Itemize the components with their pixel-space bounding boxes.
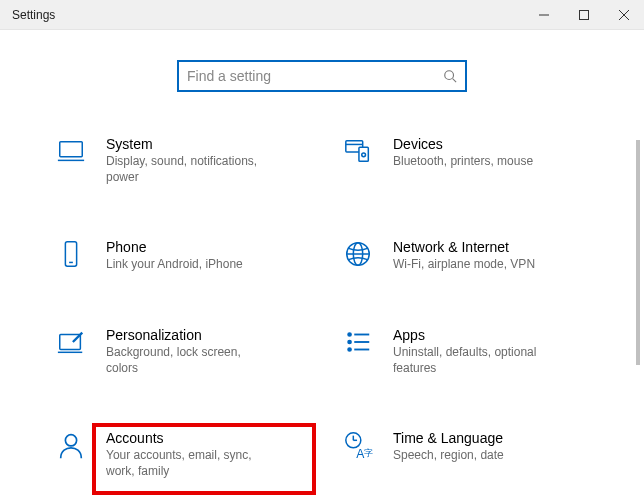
svg-rect-1 (580, 10, 589, 19)
phone-icon (54, 239, 88, 273)
settings-content: System Display, sound, notifications, po… (0, 30, 644, 496)
tile-subtitle: Uninstall, defaults, optional features (393, 345, 563, 376)
tile-phone[interactable]: Phone Link your Android, iPhone (48, 233, 315, 279)
personalization-icon (54, 327, 88, 361)
window-title: Settings (12, 8, 55, 22)
tile-subtitle: Link your Android, iPhone (106, 257, 276, 273)
tile-subtitle: Speech, region, date (393, 448, 563, 464)
person-icon (54, 430, 88, 464)
window-controls (524, 0, 644, 30)
svg-point-4 (445, 71, 454, 80)
svg-text:字: 字 (364, 449, 373, 459)
tile-subtitle: Display, sound, notifications, power (106, 154, 276, 185)
tile-subtitle: Bluetooth, printers, mouse (393, 154, 563, 170)
svg-point-26 (65, 435, 76, 446)
time-language-icon: A 字 (341, 430, 375, 464)
maximize-button[interactable] (564, 0, 604, 30)
titlebar: Settings (0, 0, 644, 30)
vertical-scrollbar[interactable] (632, 140, 644, 365)
tile-title: Phone (106, 239, 309, 255)
search-wrap (0, 60, 644, 92)
svg-line-5 (453, 79, 457, 83)
tile-title: Personalization (106, 327, 309, 343)
tile-time-language[interactable]: A 字 Time & Language Speech, region, date (335, 424, 602, 485)
tile-accounts[interactable]: Accounts Your accounts, email, sync, wor… (48, 424, 315, 485)
tile-title: Apps (393, 327, 596, 343)
close-button[interactable] (604, 0, 644, 30)
scrollbar-thumb[interactable] (636, 140, 640, 365)
minimize-button[interactable] (524, 0, 564, 30)
tile-title: Network & Internet (393, 239, 596, 255)
tile-title: Accounts (106, 430, 309, 446)
tile-title: Time & Language (393, 430, 596, 446)
tile-subtitle: Your accounts, email, sync, work, family (106, 448, 276, 479)
tile-personalization[interactable]: Personalization Background, lock screen,… (48, 321, 315, 382)
apps-icon (341, 327, 375, 361)
globe-icon (341, 239, 375, 273)
svg-point-20 (348, 333, 351, 336)
search-input[interactable] (187, 68, 443, 84)
svg-point-22 (348, 341, 351, 344)
tile-apps[interactable]: Apps Uninstall, defaults, optional featu… (335, 321, 602, 382)
tile-devices[interactable]: Devices Bluetooth, printers, mouse (335, 130, 602, 191)
search-icon (443, 69, 457, 83)
devices-icon (341, 136, 375, 170)
tile-title: System (106, 136, 309, 152)
system-icon (54, 136, 88, 170)
tile-subtitle: Background, lock screen, colors (106, 345, 276, 376)
svg-rect-10 (359, 147, 368, 161)
tile-system[interactable]: System Display, sound, notifications, po… (48, 130, 315, 191)
tile-network[interactable]: Network & Internet Wi-Fi, airplane mode,… (335, 233, 602, 279)
search-box[interactable] (177, 60, 467, 92)
tile-title: Devices (393, 136, 596, 152)
svg-point-24 (348, 348, 351, 351)
svg-rect-6 (60, 142, 83, 157)
settings-grid: System Display, sound, notifications, po… (42, 130, 602, 486)
tile-subtitle: Wi-Fi, airplane mode, VPN (393, 257, 563, 273)
